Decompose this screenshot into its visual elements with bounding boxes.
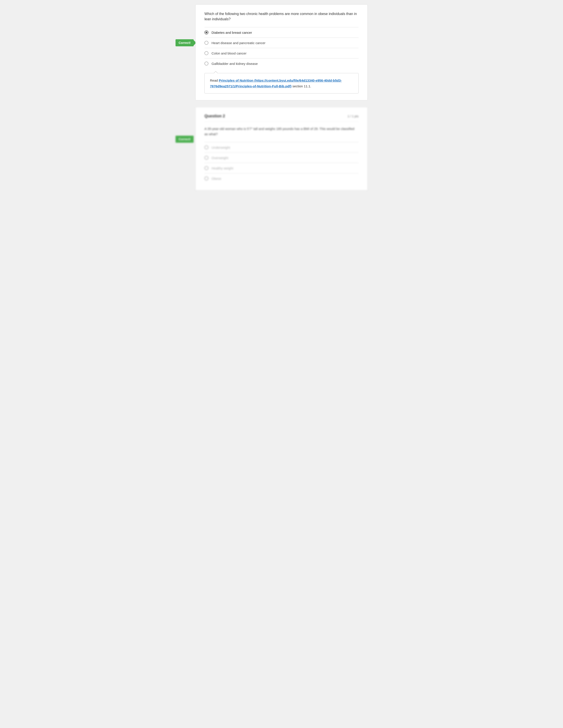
options-list: Diabetes and breast cancer Heart disease…: [204, 27, 359, 69]
option-item[interactable]: Gallbladder and kidney disease: [204, 58, 359, 69]
feedback-text: Read Principles of Nutrition (https://co…: [210, 78, 353, 89]
q2-option-label: Obese: [211, 177, 221, 180]
question2-points: 1 / 1 pts: [348, 114, 359, 118]
q2-correct-badge: Correct!: [175, 136, 194, 143]
correct-badge: Correct!: [175, 39, 194, 46]
q2-option-item: Overweight: [204, 152, 359, 163]
option-label: Diabetes and breast cancer: [211, 31, 252, 34]
q2-option-label: Healthy weight: [211, 166, 233, 170]
q2-option-label: Underweight: [211, 146, 230, 149]
question1-card: Which of the following two chronic healt…: [195, 4, 368, 100]
question2-options-list: Underweight Overweight Healthy weight Ob…: [204, 142, 359, 184]
radio-button: [204, 166, 208, 170]
option-item[interactable]: Heart disease and pancreatic cancer: [204, 38, 359, 48]
question2-text: A 35-year-old woman who is 5'7" tall and…: [204, 126, 359, 137]
radio-button: [204, 156, 208, 160]
question2-header: Question 2 1 / 1 pts: [204, 114, 359, 122]
q2-option-item: Underweight: [204, 142, 359, 152]
question2-card: Question 2 1 / 1 pts A 35-year-old woman…: [195, 107, 368, 190]
radio-button: [204, 176, 208, 180]
radio-button-selected[interactable]: [204, 30, 208, 34]
radio-button[interactable]: [204, 41, 208, 45]
feedback-link[interactable]: Principles of Nutrition (https://content…: [210, 79, 342, 88]
option-label: Colon and blood cancer: [211, 51, 246, 55]
radio-button: [204, 145, 208, 149]
option-item[interactable]: Diabetes and breast cancer: [204, 27, 359, 38]
feedback-box: Read Principles of Nutrition (https://co…: [204, 73, 359, 94]
radio-button[interactable]: [204, 51, 208, 55]
radio-button[interactable]: [204, 62, 208, 66]
q2-option-item: Healthy weight: [204, 163, 359, 173]
question1-text: Which of the following two chronic healt…: [204, 11, 359, 22]
option-label: Heart disease and pancreatic cancer: [211, 41, 265, 45]
option-item[interactable]: Colon and blood cancer: [204, 48, 359, 58]
option-label: Gallbladder and kidney disease: [211, 62, 258, 66]
question2-label: Question 2: [204, 114, 225, 118]
q2-option-item: Obese: [204, 173, 359, 184]
q2-option-label: Overweight: [211, 156, 228, 160]
